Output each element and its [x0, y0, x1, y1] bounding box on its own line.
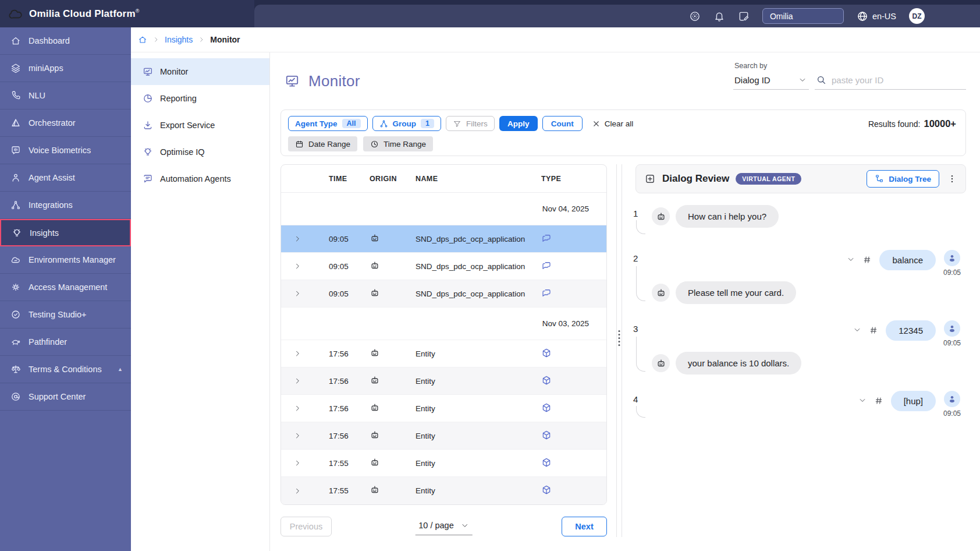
sidebar-item-access-management[interactable]: Access Management — [0, 274, 131, 301]
triangle-icon — [10, 118, 21, 128]
subnav-item-automation-agents[interactable]: Automation Agents — [131, 165, 269, 192]
expand-chevron-icon[interactable] — [293, 404, 301, 412]
sidebar-item-integrations[interactable]: Integrations — [0, 192, 131, 219]
nodes-icon — [379, 119, 388, 128]
dialog-turn: 1 How can i help you? — [632, 205, 963, 228]
dialog-tree-button[interactable]: Dialog Tree — [867, 170, 939, 188]
subnav-item-export-service[interactable]: Export Service — [131, 112, 269, 139]
chevron-down-icon[interactable] — [847, 255, 855, 263]
group-filter[interactable]: Group 1 — [372, 116, 441, 131]
page-title: Monitor — [285, 72, 360, 90]
sidebar-item-miniapps[interactable]: miniApps — [0, 55, 131, 82]
expand-chevron-icon[interactable] — [293, 235, 301, 243]
sidebar-item-agent-assist[interactable]: Agent Assist — [0, 164, 131, 192]
search-type-select[interactable]: Dialog ID — [733, 72, 809, 90]
agent-type-filter[interactable]: Agent Type All — [288, 116, 368, 131]
apply-button[interactable]: Apply — [499, 116, 538, 131]
entity-cube-icon — [541, 485, 552, 495]
subnav-item-monitor[interactable]: Monitor — [131, 58, 269, 85]
download-icon — [143, 120, 153, 130]
expand-chevron-icon[interactable] — [293, 289, 301, 298]
table-row[interactable]: 09:05 SND_dps_pdc_ocp_application — [281, 280, 606, 308]
monitor-chart-icon — [143, 66, 153, 77]
next-page-button[interactable]: Next — [562, 517, 607, 536]
breadcrumb-insights-link[interactable]: Insights — [165, 35, 193, 44]
count-button[interactable]: Count — [542, 116, 583, 131]
table-row[interactable]: 17:56 Entity — [281, 340, 606, 368]
dialog-review-title: Dialog Review — [662, 173, 729, 185]
hash-icon[interactable] — [862, 255, 872, 264]
table-row[interactable]: 17:55 Entity — [281, 450, 606, 477]
expand-chevron-icon[interactable] — [293, 377, 301, 385]
tenant-selector[interactable]: Omilia — [762, 8, 844, 24]
registered-mark: ® — [136, 8, 140, 14]
sidebar-item-environments-manager[interactable]: Environments Manager — [0, 246, 131, 274]
user-avatar-menu[interactable]: DZ — [909, 8, 925, 24]
pagination: Previous 10 / page Next — [280, 516, 607, 537]
chevron-down-icon — [798, 76, 807, 84]
sidebar-item-pathfinder[interactable]: Pathfinder — [0, 329, 131, 356]
expand-chevron-icon[interactable] — [293, 349, 301, 358]
sidebar-item-support-center[interactable]: Support Center — [0, 383, 131, 411]
more-options-kebab-icon[interactable] — [946, 172, 958, 185]
gear-icon — [10, 282, 21, 292]
locale-label: en-US — [872, 12, 896, 21]
bot-origin-icon — [370, 348, 380, 358]
clear-all-button[interactable]: Clear all — [592, 119, 634, 128]
bot-origin-icon — [370, 430, 380, 440]
bot-avatar — [652, 284, 670, 302]
notifications-bell-icon[interactable] — [713, 10, 725, 22]
dialog-turn: 4 [hup] 09:05 — [632, 391, 963, 418]
apps-settings-icon[interactable] — [689, 10, 701, 22]
table-row[interactable]: 17:56 Entity — [281, 368, 606, 395]
expand-chevron-icon[interactable] — [293, 487, 301, 495]
page-size-select[interactable]: 10 / page — [415, 518, 472, 535]
table-row[interactable]: 17:55 Entity — [281, 477, 606, 504]
release-notes-icon[interactable] — [738, 10, 750, 22]
turtle-icon — [10, 337, 21, 347]
expand-plus-icon[interactable] — [644, 173, 656, 185]
clock-icon — [370, 140, 379, 149]
entity-cube-icon — [541, 348, 552, 358]
previous-page-button[interactable]: Previous — [280, 517, 332, 536]
subnav-item-optimise-iq[interactable]: Optimise IQ — [131, 139, 269, 165]
sidebar-item-orchestrator[interactable]: Orchestrator — [0, 110, 131, 137]
hash-icon[interactable] — [869, 326, 878, 335]
drag-dots-icon — [619, 330, 620, 346]
sidebar-item-nlu[interactable]: NLU — [0, 82, 131, 110]
table-row[interactable]: 17:56 Entity — [281, 422, 606, 450]
search-by-label: Search by — [734, 62, 966, 70]
sidebar-item-testing-studio[interactable]: Testing Studio+ — [0, 301, 131, 329]
bot-avatar — [652, 354, 670, 372]
table-row[interactable]: 09:05 SND_dps_pdc_ocp_application — [281, 253, 606, 280]
app-title: Omilia Cloud Platform® — [29, 8, 140, 20]
breadcrumb-home-icon[interactable] — [138, 35, 147, 44]
sidebar-item-dashboard[interactable]: Dashboard — [0, 27, 131, 55]
message-timestamp: 09:05 — [943, 409, 961, 418]
search-input[interactable] — [832, 75, 965, 85]
panel-resize-handle[interactable] — [616, 164, 622, 537]
expand-chevron-icon[interactable] — [293, 432, 301, 440]
time-range-button[interactable]: Time Range — [363, 136, 433, 151]
bot-avatar — [652, 207, 670, 225]
sidebar-item-terms-conditions[interactable]: Terms & Conditions▲ — [0, 356, 131, 383]
expand-chevron-icon[interactable] — [293, 459, 301, 467]
chevron-down-icon[interactable] — [853, 326, 861, 334]
subnav-item-reporting[interactable]: Reporting — [131, 85, 269, 112]
dialog-turn: 3 12345 09:05 — [632, 320, 963, 375]
entity-cube-icon — [541, 375, 552, 386]
brand: Omilia Cloud Platform® — [0, 0, 254, 27]
funnel-icon — [453, 119, 461, 128]
sidebar-item-insights[interactable]: Insights — [0, 219, 131, 246]
chevron-down-icon[interactable] — [858, 396, 867, 404]
hash-icon[interactable] — [874, 396, 883, 405]
date-range-button[interactable]: Date Range — [288, 136, 357, 151]
table-row[interactable]: 17:56 Entity — [281, 395, 606, 422]
table-row[interactable]: 09:05 SND_dps_pdc_ocp_application — [281, 225, 606, 253]
filters-button[interactable]: Filters — [446, 116, 495, 131]
sidebar-item-voice-biometrics[interactable]: Voice Biometrics — [0, 137, 131, 164]
search-icon — [816, 75, 826, 85]
expand-chevron-icon[interactable] — [293, 262, 301, 270]
agent-type-value-chip: All — [342, 119, 361, 128]
language-selector[interactable]: en-US — [857, 10, 896, 22]
